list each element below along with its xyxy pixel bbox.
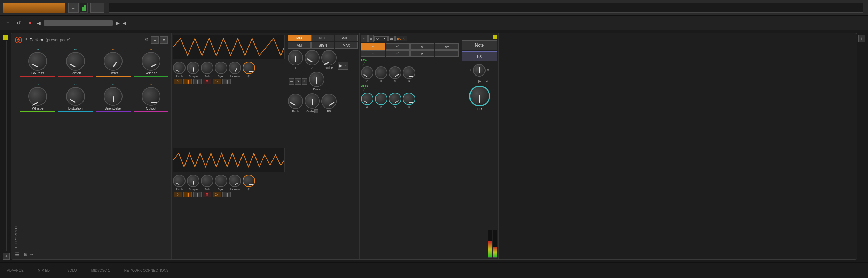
power-button[interactable]: ⏻	[15, 37, 22, 43]
track-name-bar[interactable]	[3, 3, 65, 13]
feg-r-knob[interactable]	[403, 66, 415, 79]
osc2-shape-knob[interactable]	[187, 175, 199, 187]
mixer-arrow-btn[interactable]: ▶↔	[338, 62, 348, 70]
note-button[interactable]: Note	[462, 40, 497, 50]
drive-minus-btn[interactable]: —	[289, 78, 294, 85]
drive-arrow-btn[interactable]: ▼	[295, 78, 301, 85]
feg-s-knob[interactable]	[389, 66, 401, 79]
mix-btn-mix[interactable]: MIX	[288, 35, 311, 41]
bottom-item-midi[interactable]: MIDI/OSC 1	[91, 269, 110, 272]
scroll-left[interactable]: ◀	[37, 20, 41, 26]
osc1-pitch-knob[interactable]	[173, 62, 186, 74]
mix-btn-neg[interactable]: NEG	[311, 35, 334, 41]
close-btn[interactable]: ✕	[26, 19, 34, 27]
wave-btn-3[interactable]: ∧	[410, 43, 434, 50]
env-grid-btn[interactable]: ⊞	[388, 36, 395, 41]
knob-whistle-control[interactable]	[28, 87, 47, 106]
osc1-sync-knob[interactable]	[215, 62, 227, 74]
grid-icon[interactable]: ⊞	[24, 252, 27, 257]
aeg-d-knob[interactable]	[375, 93, 387, 105]
settings-icon[interactable]: ⚙	[143, 36, 150, 42]
osc2-val-sync[interactable]: R	[203, 192, 211, 197]
drive-knob[interactable]	[309, 72, 324, 87]
note-play-icon[interactable]: ▶	[476, 78, 483, 84]
wave-btn-4[interactable]: ∧^	[435, 43, 459, 50]
bottom-item-network[interactable]: NETWORK CONNECTIONS	[124, 269, 169, 272]
drag-handle[interactable]: ⠿	[24, 37, 27, 43]
osc1-val-shape[interactable]: ▐	[183, 79, 192, 84]
fx-button[interactable]: FX	[462, 51, 497, 61]
osc2-sub-knob[interactable]	[201, 175, 213, 187]
env-eg-btn[interactable]: EG ✎	[395, 36, 407, 41]
mixer-knob2[interactable]	[305, 50, 320, 65]
list-icon[interactable]: ≡	[68, 3, 79, 13]
scroll-right[interactable]: ▶	[116, 20, 120, 26]
add-right-btn[interactable]: +	[858, 35, 865, 42]
osc2-sync-knob[interactable]	[215, 175, 227, 187]
aeg-s-knob[interactable]	[389, 93, 401, 105]
wave-btn-2[interactable]: ¬^	[386, 43, 410, 50]
osc2-oo-knob[interactable]	[243, 175, 255, 187]
lr-knob[interactable]	[473, 64, 486, 77]
osc2-val-sub[interactable]: ▐	[193, 192, 202, 197]
page-icon[interactable]: ☰	[15, 252, 19, 257]
osc1-val-sync[interactable]: R	[203, 79, 211, 84]
wave-btn-8[interactable]: —	[435, 50, 459, 57]
glide-l-btn[interactable]: L	[314, 109, 318, 113]
feg-d-knob[interactable]	[375, 66, 387, 79]
osc2-unison-knob[interactable]	[229, 175, 241, 187]
osc1-val-oct[interactable]: 8'	[174, 79, 182, 84]
wave-btn-6[interactable]: ⌐^	[386, 50, 410, 57]
knob-output-control[interactable]	[142, 87, 160, 106]
panel-down-btn[interactable]: ▼	[160, 36, 168, 44]
osc1-sub-knob[interactable]	[201, 62, 213, 74]
feg-a-knob[interactable]	[361, 66, 373, 79]
out-knob[interactable]	[469, 86, 490, 106]
knob-onset-control[interactable]	[104, 52, 123, 71]
osc2-val-oo[interactable]: ▐	[222, 192, 231, 197]
osc1-oo-knob[interactable]	[243, 62, 255, 74]
env-arrow-btn[interactable]: ↔	[361, 35, 368, 42]
env-lambda-btn[interactable]: ∧	[368, 35, 374, 42]
aeg-a-knob[interactable]	[361, 93, 373, 105]
osc1-val-sub[interactable]: ▐	[193, 79, 202, 84]
mix-btn-wipe[interactable]: WIPE	[335, 35, 358, 41]
knob-release-control[interactable]	[142, 52, 160, 71]
knob-lopass-control[interactable]	[28, 52, 47, 71]
aeg-r-knob[interactable]	[403, 93, 415, 105]
glide-knob[interactable]	[305, 93, 320, 109]
wave-btn-5[interactable]: ⌐	[361, 50, 385, 57]
bottom-item-mix[interactable]: MIX EDIT	[38, 269, 53, 272]
scrollbar[interactable]	[44, 20, 113, 26]
mix-btn-sign[interactable]: SIGN	[311, 42, 334, 49]
fb-knob[interactable]	[321, 94, 337, 109]
note-vol-icon[interactable]: ◂	[483, 78, 490, 84]
osc1-val-unison[interactable]: 1v	[213, 79, 221, 84]
mix-btn-am[interactable]: AM	[288, 42, 311, 49]
undo-btn[interactable]: ↺	[15, 19, 23, 27]
knob-sirendelay-control[interactable]	[104, 87, 123, 106]
bottom-item-solo[interactable]: SOLO	[67, 269, 77, 272]
osc1-val-oo[interactable]: ▐	[222, 79, 231, 84]
panel-up-btn[interactable]: ▲	[151, 36, 159, 44]
osc2-val-oct[interactable]: 8'	[174, 192, 182, 197]
add-track-btn[interactable]: +	[3, 253, 10, 260]
env-off-dropdown[interactable]: OFF ▼	[374, 36, 388, 41]
pitch-knob[interactable]	[288, 94, 303, 109]
drive-lambda-btn[interactable]: ∧	[302, 78, 307, 85]
mix-btn-max[interactable]: MAX	[335, 42, 358, 49]
knob-distortion-control[interactable]	[66, 87, 85, 106]
wave-btn-1[interactable]: ¬	[361, 43, 385, 50]
osc1-unison-knob[interactable]	[229, 62, 241, 74]
list-btn[interactable]: ≡	[3, 19, 12, 27]
note-pin-icon[interactable]: ♩	[469, 78, 476, 84]
osc2-val-shape[interactable]: ▐	[183, 192, 192, 197]
wave-btn-7[interactable]: ∨	[410, 50, 434, 57]
scroll-right2[interactable]: ◀	[123, 20, 126, 26]
osc1-shape-knob[interactable]	[187, 62, 199, 74]
osc2-pitch-knob[interactable]	[173, 175, 186, 187]
arrow-icon[interactable]: ↔	[30, 252, 34, 257]
osc2-val-unison[interactable]: 2v	[213, 192, 221, 197]
knob-lighten-control[interactable]	[66, 52, 85, 71]
bottom-item-advance[interactable]: ADVANCE	[7, 269, 24, 272]
